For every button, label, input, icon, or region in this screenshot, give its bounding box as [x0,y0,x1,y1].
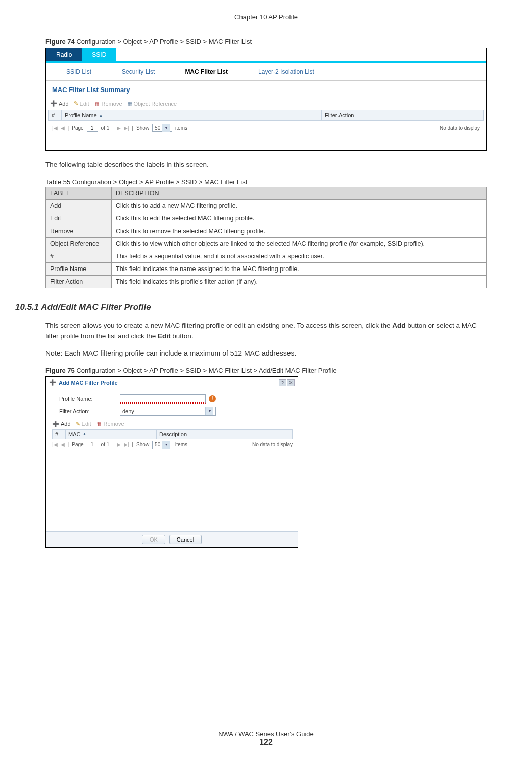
fig74-section-title: MAC Filter List Summary [48,81,484,97]
pager-sep: | [68,442,69,447]
pencil-icon: ✎ [74,100,78,107]
para1-d: button. [171,332,194,340]
dialog-body: Profile Name: ! Filter Action: deny ▾ ➕A… [46,389,298,531]
plus-icon: ➕ [50,100,57,107]
pager-page-input[interactable] [87,441,98,449]
dialog-footer: OK Cancel [46,531,298,547]
pager-first-icon[interactable]: |◀ [52,125,58,131]
table-row: AddClick this to add a new MAC filtering… [46,200,487,212]
objref-label: Object Reference [134,101,177,107]
td-desc: Click this to edit the selected MAC filt… [112,212,487,225]
trash-icon: 🗑 [94,101,100,107]
pager-last-icon[interactable]: ▶| [124,125,129,131]
close-icon[interactable]: ✕ [287,379,295,386]
fig74-spacer [46,139,486,150]
pager-nodata: No data to display [252,442,293,447]
pager-next-icon[interactable]: ▶ [117,125,121,131]
para1-a: This screen allows you to create a new M… [45,322,392,329]
figure74-box: Radio SSID SSID List Security List MAC F… [45,48,487,151]
td-label: Filter Action [46,276,112,288]
fig74-pager: |◀ ◀ | Page of 1 | ▶ ▶| | Show 50▾ items… [48,122,484,134]
pager-items-label: items [175,442,187,447]
tab-radio[interactable]: Radio [46,48,82,61]
add-label: Add [61,421,71,427]
note-512: Note: Each MAC filtering profile can inc… [45,349,487,357]
td-label: # [46,250,112,263]
pager-prev-icon[interactable]: ◀ [61,442,65,447]
table-row: Filter ActionThis field indicates this p… [46,276,487,288]
plus-icon: ➕ [52,421,59,427]
remove-label: Remove [102,101,122,107]
edit-label: Edit [82,421,91,427]
cancel-button[interactable]: Cancel [169,535,202,544]
sort-asc-icon: ▲ [99,113,103,118]
pager-page-input[interactable] [87,124,98,132]
chevron-down-icon: ▾ [162,124,170,132]
subtab-ssid-list[interactable]: SSID List [66,68,91,75]
object-reference-button[interactable]: ▦Object Reference [127,100,177,107]
col-mac[interactable]: MAC▲ [66,430,157,439]
remove-button[interactable]: 🗑Remove [96,421,124,427]
pager-nodata: No data to display [440,125,480,131]
table-row: Object ReferenceClick this to view which… [46,238,487,250]
pager-sep: | [68,125,69,131]
dialog-empty-area [59,451,293,531]
intro-text: The following table describes the labels… [45,160,487,170]
pager-of-label: of 1 [101,442,110,447]
row-profile-name: Profile Name: ! [59,394,293,404]
fig75-grid-header: # MAC▲ Description [52,429,293,439]
th-description: DESCRIPTION [112,187,487,200]
col-number[interactable]: # [53,430,66,439]
edit-button[interactable]: ✎Edit [74,100,89,107]
chevron-down-icon: ▾ [205,407,213,415]
col-profile-name-label: Profile Name [65,112,97,118]
add-button[interactable]: ➕Add [52,421,71,427]
plus-icon: ➕ [49,379,56,386]
para1-edit: Edit [158,332,171,340]
td-desc: Click this to view which other objects a… [112,238,487,250]
ok-button[interactable]: OK [142,535,165,544]
pager-controls: |◀ ◀ | Page of 1 | ▶ ▶| | Show 50▾ items [52,441,187,449]
pager-sep2: | [112,442,114,447]
chevron-down-icon: ▾ [162,441,170,449]
remove-button[interactable]: 🗑Remove [94,101,122,107]
profile-name-input[interactable] [120,394,206,404]
table-row: #This field is a sequential value, and i… [46,250,487,263]
subtab-mac-filter-list[interactable]: MAC Filter List [185,68,228,75]
reference-icon: ▦ [127,100,132,107]
para1-add: Add [392,322,405,329]
add-button[interactable]: ➕Add [50,100,69,107]
pager-prev-icon[interactable]: ◀ [61,125,65,131]
error-icon: ! [209,395,216,402]
lbl-profile-name: Profile Name: [59,396,120,402]
fig75-pager: |◀ ◀ | Page of 1 | ▶ ▶| | Show 50▾ items… [52,439,293,451]
td-label: Edit [46,212,112,225]
subtab-layer2-isolation[interactable]: Layer-2 Isolation List [258,68,314,75]
pager-show-select[interactable]: 50▾ [152,124,172,132]
col-filter-action[interactable]: Filter Action [322,110,483,120]
col-profile-name[interactable]: Profile Name▲ [62,110,322,120]
figure75-caption-num: Figure 75 [45,367,75,374]
col-number[interactable]: # [49,110,62,120]
col-description[interactable]: Description [157,430,292,439]
pager-show-label: Show [136,442,149,447]
filter-action-select[interactable]: deny ▾ [120,407,216,416]
pager-last-icon[interactable]: ▶| [124,442,129,447]
edit-button[interactable]: ✎Edit [76,421,91,427]
help-icon[interactable]: ? [279,379,286,386]
subtab-security-list[interactable]: Security List [122,68,155,75]
pager-show-select[interactable]: 50▾ [152,441,172,449]
pager-first-icon[interactable]: |◀ [52,442,58,447]
fig74-top-tabs: Radio SSID [46,48,486,61]
figure75-box: ➕ Add MAC Filter Profile ? ✕ Profile Nam… [45,376,298,548]
td-desc: This field indicates the name assigned t… [112,263,487,276]
figure74-caption-text: Configuration > Object > AP Profile > SS… [75,38,252,46]
pager-next-icon[interactable]: ▶ [117,442,121,447]
fig74-subtabs: SSID List Security List MAC Filter List … [46,63,486,81]
dialog-title: Add MAC Filter Profile [59,380,118,386]
figure75-caption: Figure 75 Configuration > Object > AP Pr… [45,367,487,374]
tab-ssid[interactable]: SSID [82,48,116,61]
section-1051-heading: 10.5.1 Add/Edit MAC Filter Profile [15,302,487,312]
add-label: Add [59,101,69,107]
pager-sep3: | [132,442,133,447]
